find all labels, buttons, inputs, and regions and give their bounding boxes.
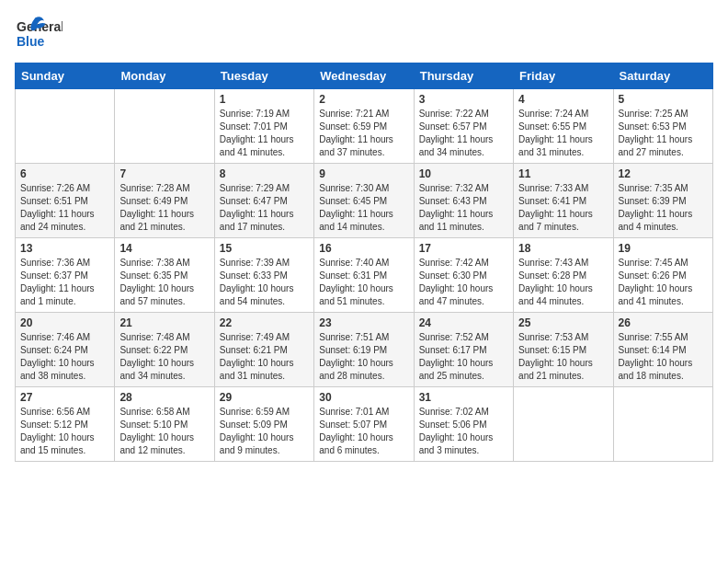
day-info: Sunrise: 7:32 AM Sunset: 6:43 PM Dayligh…: [419, 182, 508, 234]
day-number: 22: [220, 316, 309, 329]
calendar-day-cell: 16Sunrise: 7:40 AM Sunset: 6:31 PM Dayli…: [314, 238, 414, 313]
day-number: 19: [619, 242, 708, 255]
day-number: 1: [220, 93, 309, 106]
calendar-day-cell: [613, 387, 712, 462]
calendar-week-row: 6Sunrise: 7:26 AM Sunset: 6:51 PM Daylig…: [16, 164, 713, 238]
day-number: 27: [20, 391, 109, 404]
day-number: 30: [319, 391, 408, 404]
calendar-weekday-header: Sunday: [16, 63, 115, 89]
calendar-week-row: 13Sunrise: 7:36 AM Sunset: 6:37 PM Dayli…: [16, 238, 713, 313]
calendar-day-cell: 20Sunrise: 7:46 AM Sunset: 6:24 PM Dayli…: [16, 313, 115, 387]
calendar-day-cell: 21Sunrise: 7:48 AM Sunset: 6:22 PM Dayli…: [115, 313, 214, 387]
day-number: 7: [119, 167, 209, 180]
day-number: 11: [518, 167, 608, 180]
calendar-day-cell: 2Sunrise: 7:21 AM Sunset: 6:59 PM Daylig…: [314, 89, 414, 164]
day-info: Sunrise: 7:21 AM Sunset: 6:59 PM Dayligh…: [319, 108, 408, 159]
day-info: Sunrise: 7:46 AM Sunset: 6:24 PM Dayligh…: [20, 331, 109, 383]
calendar-day-cell: 30Sunrise: 7:01 AM Sunset: 5:07 PM Dayli…: [314, 387, 414, 462]
calendar-day-cell: 22Sunrise: 7:49 AM Sunset: 6:21 PM Dayli…: [214, 313, 313, 387]
day-info: Sunrise: 7:30 AM Sunset: 6:45 PM Dayligh…: [319, 182, 408, 234]
calendar-weekday-header: Monday: [115, 63, 214, 89]
day-number: 23: [319, 316, 408, 329]
calendar-week-row: 27Sunrise: 6:56 AM Sunset: 5:12 PM Dayli…: [16, 387, 713, 462]
calendar-day-cell: 14Sunrise: 7:38 AM Sunset: 6:35 PM Dayli…: [115, 238, 214, 313]
calendar-header-row: SundayMondayTuesdayWednesdayThursdayFrid…: [16, 63, 713, 89]
day-info: Sunrise: 7:51 AM Sunset: 6:19 PM Dayligh…: [319, 331, 408, 383]
day-info: Sunrise: 7:26 AM Sunset: 6:51 PM Dayligh…: [20, 182, 109, 234]
calendar-week-row: 1Sunrise: 7:19 AM Sunset: 7:01 PM Daylig…: [16, 89, 713, 164]
logo: General Blue: [15, 15, 63, 55]
day-number: 24: [419, 316, 508, 329]
day-info: Sunrise: 7:52 AM Sunset: 6:17 PM Dayligh…: [419, 331, 508, 383]
calendar-day-cell: 28Sunrise: 6:58 AM Sunset: 5:10 PM Dayli…: [115, 387, 214, 462]
day-number: 9: [319, 167, 408, 180]
day-info: Sunrise: 7:33 AM Sunset: 6:41 PM Dayligh…: [518, 182, 608, 234]
day-info: Sunrise: 7:24 AM Sunset: 6:55 PM Dayligh…: [518, 108, 608, 159]
calendar-day-cell: [514, 387, 613, 462]
day-info: Sunrise: 7:43 AM Sunset: 6:28 PM Dayligh…: [518, 257, 608, 308]
day-info: Sunrise: 7:40 AM Sunset: 6:31 PM Dayligh…: [319, 257, 408, 308]
day-number: 18: [518, 242, 608, 255]
calendar-week-row: 20Sunrise: 7:46 AM Sunset: 6:24 PM Dayli…: [16, 313, 713, 387]
calendar-day-cell: 13Sunrise: 7:36 AM Sunset: 6:37 PM Dayli…: [16, 238, 115, 313]
day-info: Sunrise: 7:39 AM Sunset: 6:33 PM Dayligh…: [220, 257, 309, 308]
day-info: Sunrise: 7:36 AM Sunset: 6:37 PM Dayligh…: [20, 257, 109, 308]
calendar-day-cell: 8Sunrise: 7:29 AM Sunset: 6:47 PM Daylig…: [214, 164, 313, 238]
day-number: 16: [319, 242, 408, 255]
calendar-day-cell: 10Sunrise: 7:32 AM Sunset: 6:43 PM Dayli…: [414, 164, 513, 238]
calendar-day-cell: 3Sunrise: 7:22 AM Sunset: 6:57 PM Daylig…: [414, 89, 513, 164]
day-number: 26: [619, 316, 708, 329]
calendar-day-cell: 29Sunrise: 6:59 AM Sunset: 5:09 PM Dayli…: [214, 387, 313, 462]
day-number: 2: [319, 93, 408, 106]
day-number: 20: [20, 316, 109, 329]
calendar-day-cell: 31Sunrise: 7:02 AM Sunset: 5:06 PM Dayli…: [414, 387, 513, 462]
calendar-day-cell: 18Sunrise: 7:43 AM Sunset: 6:28 PM Dayli…: [514, 238, 613, 313]
day-number: 28: [119, 391, 209, 404]
day-info: Sunrise: 7:38 AM Sunset: 6:35 PM Dayligh…: [119, 257, 209, 308]
day-number: 25: [518, 316, 608, 329]
calendar-day-cell: 4Sunrise: 7:24 AM Sunset: 6:55 PM Daylig…: [514, 89, 613, 164]
day-number: 15: [220, 242, 309, 255]
day-number: 8: [220, 167, 309, 180]
calendar-day-cell: 6Sunrise: 7:26 AM Sunset: 6:51 PM Daylig…: [16, 164, 115, 238]
calendar-day-cell: 11Sunrise: 7:33 AM Sunset: 6:41 PM Dayli…: [514, 164, 613, 238]
day-info: Sunrise: 7:22 AM Sunset: 6:57 PM Dayligh…: [419, 108, 508, 159]
calendar-weekday-header: Saturday: [613, 63, 712, 89]
calendar-weekday-header: Wednesday: [314, 63, 414, 89]
calendar-day-cell: 9Sunrise: 7:30 AM Sunset: 6:45 PM Daylig…: [314, 164, 414, 238]
calendar-day-cell: [16, 89, 115, 164]
day-info: Sunrise: 7:35 AM Sunset: 6:39 PM Dayligh…: [619, 182, 708, 234]
day-number: 5: [619, 93, 708, 106]
day-number: 17: [419, 242, 508, 255]
day-number: 14: [119, 242, 209, 255]
calendar-day-cell: 7Sunrise: 7:28 AM Sunset: 6:49 PM Daylig…: [115, 164, 214, 238]
calendar-table: SundayMondayTuesdayWednesdayThursdayFrid…: [15, 63, 713, 462]
calendar-day-cell: 1Sunrise: 7:19 AM Sunset: 7:01 PM Daylig…: [214, 89, 313, 164]
day-info: Sunrise: 7:19 AM Sunset: 7:01 PM Dayligh…: [220, 108, 309, 159]
calendar-day-cell: 15Sunrise: 7:39 AM Sunset: 6:33 PM Dayli…: [214, 238, 313, 313]
day-info: Sunrise: 6:59 AM Sunset: 5:09 PM Dayligh…: [220, 406, 309, 457]
logo-icon: General Blue: [15, 15, 63, 55]
day-info: Sunrise: 7:01 AM Sunset: 5:07 PM Dayligh…: [319, 406, 408, 457]
calendar-day-cell: 27Sunrise: 6:56 AM Sunset: 5:12 PM Dayli…: [16, 387, 115, 462]
day-number: 3: [419, 93, 508, 106]
day-number: 12: [619, 167, 708, 180]
day-info: Sunrise: 7:28 AM Sunset: 6:49 PM Dayligh…: [119, 182, 209, 234]
svg-text:Blue: Blue: [17, 34, 45, 49]
calendar-day-cell: 24Sunrise: 7:52 AM Sunset: 6:17 PM Dayli…: [414, 313, 513, 387]
calendar-day-cell: 19Sunrise: 7:45 AM Sunset: 6:26 PM Dayli…: [613, 238, 712, 313]
day-info: Sunrise: 7:02 AM Sunset: 5:06 PM Dayligh…: [419, 406, 508, 457]
day-info: Sunrise: 7:48 AM Sunset: 6:22 PM Dayligh…: [119, 331, 209, 383]
day-number: 4: [518, 93, 608, 106]
calendar-day-cell: 12Sunrise: 7:35 AM Sunset: 6:39 PM Dayli…: [613, 164, 712, 238]
day-number: 21: [119, 316, 209, 329]
day-number: 10: [419, 167, 508, 180]
day-info: Sunrise: 7:42 AM Sunset: 6:30 PM Dayligh…: [419, 257, 508, 308]
calendar-day-cell: 17Sunrise: 7:42 AM Sunset: 6:30 PM Dayli…: [414, 238, 513, 313]
calendar-day-cell: 5Sunrise: 7:25 AM Sunset: 6:53 PM Daylig…: [613, 89, 712, 164]
day-number: 13: [20, 242, 109, 255]
day-info: Sunrise: 7:49 AM Sunset: 6:21 PM Dayligh…: [220, 331, 309, 383]
calendar-weekday-header: Tuesday: [214, 63, 313, 89]
day-info: Sunrise: 7:25 AM Sunset: 6:53 PM Dayligh…: [619, 108, 708, 159]
page-header: General Blue: [15, 15, 713, 55]
